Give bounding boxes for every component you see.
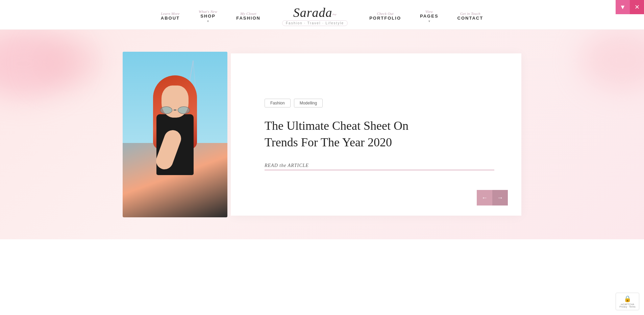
nav-label-main-shop: SHOP — [200, 14, 216, 19]
nav-label-top-contact: Get in Touch — [460, 11, 480, 16]
nav-label-top-portfolio: Check Out — [377, 11, 393, 16]
model-figure — [123, 52, 227, 217]
sunglass-bridge — [174, 110, 176, 111]
nav-label-main-contact: CONTACT — [457, 16, 484, 21]
article-photo — [123, 52, 227, 217]
tag-modelling[interactable]: Modelling — [294, 99, 323, 107]
nav-label-main-fashion: FASHION — [236, 16, 261, 21]
nav-item-fashion[interactable]: My Closet FASHION — [227, 11, 270, 21]
nav-label-main-portfolio: PORTFOLIO — [369, 16, 401, 21]
prev-arrow-button[interactable]: ← — [477, 190, 492, 205]
nav-item-portfolio[interactable]: Check Out PORTFOLIO — [360, 11, 411, 21]
blob-decoration-2 — [34, 37, 101, 87]
logo-tagline: Fashion · Travel · Lifestyle — [282, 20, 348, 26]
nav-label-top-about: Learn More — [161, 11, 179, 16]
hero-section: Fashion Modelling The Ultimate Cheat She… — [0, 30, 644, 239]
nav-label-top-pages: View — [425, 9, 433, 14]
next-arrow-button[interactable]: → — [492, 190, 508, 205]
sunglass-right — [178, 106, 190, 114]
article-tags: Fashion Modelling — [265, 99, 494, 107]
nav-label-main-pages: PAGES — [420, 14, 439, 19]
nav-label-top-fashion: My Closet — [240, 11, 256, 16]
main-nav: Learn More ABOUT What's New SHOP ▾ My Cl… — [0, 0, 644, 30]
nav-item-pages[interactable]: View PAGES ▾ — [411, 9, 448, 23]
sunglass-left — [160, 106, 172, 114]
model-person — [138, 75, 212, 217]
article-photo-card — [123, 52, 231, 217]
shop-dropdown-arrow: ▾ — [207, 19, 209, 23]
blob-decoration-3 — [580, 30, 644, 91]
model-face — [162, 86, 189, 118]
logo-curl: ~ — [332, 10, 337, 19]
nav-label-main-about: ABOUT — [161, 16, 180, 21]
model-sunglasses — [160, 106, 190, 114]
search-button[interactable]: ✕ — [630, 0, 644, 14]
read-article-link[interactable]: READ the ARTICLE — [265, 163, 494, 170]
envelope-button[interactable]: ▼ — [616, 0, 630, 14]
tag-fashion[interactable]: Fashion — [265, 99, 291, 107]
nav-item-contact[interactable]: Get in Touch CONTACT — [448, 11, 493, 21]
hero-content: Fashion Modelling The Ultimate Cheat She… — [109, 52, 535, 217]
logo-text: Sarada~ — [293, 6, 337, 19]
nav-item-about[interactable]: Learn More ABOUT — [151, 11, 189, 21]
nav-label-top-shop: What's New — [199, 9, 217, 14]
nav-item-shop[interactable]: What's New SHOP ▾ — [189, 9, 227, 23]
article-card: Fashion Modelling The Ultimate Cheat She… — [231, 53, 521, 216]
article-title: The Ultimate Cheat Sheet On Trends For T… — [265, 118, 427, 150]
site-logo[interactable]: Sarada~ Fashion · Travel · Lifestyle — [270, 6, 360, 26]
pages-dropdown-arrow: ▾ — [428, 19, 430, 23]
carousel-nav: ← → — [477, 190, 508, 205]
